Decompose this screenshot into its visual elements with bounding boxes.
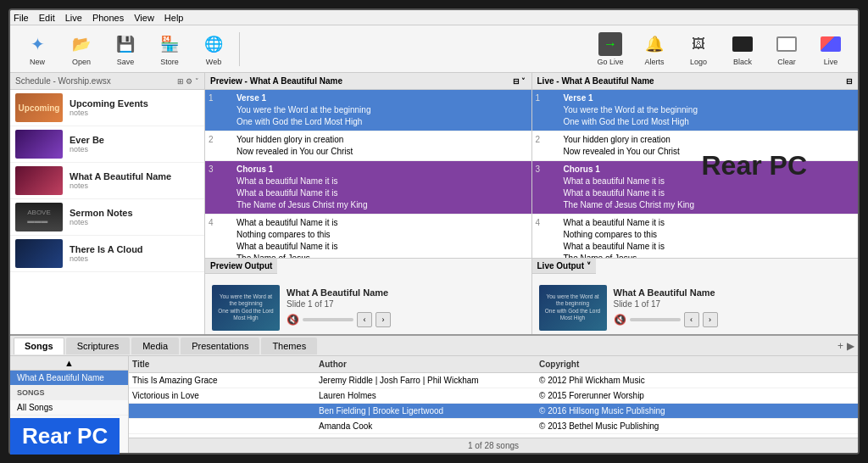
- song-row-2[interactable]: Victorious in Love Lauren Holmes © 2015 …: [129, 388, 858, 404]
- preview-slide-1-icon: [222, 93, 234, 105]
- tab-themes[interactable]: Themes: [261, 337, 317, 354]
- live-mode-button[interactable]: Live: [810, 29, 851, 70]
- clear-label: Clear: [777, 58, 796, 66]
- song-sidebar-scroll-up[interactable]: ▲: [10, 356, 128, 371]
- live-output-info: What A Beautiful Name Slide 1 of 17 🔇 ‹ …: [614, 287, 718, 327]
- preview-panel-title: Preview - What A Beautiful Name: [210, 76, 342, 86]
- sidebar-item-info-cloud: There Is A Cloud notes: [70, 244, 199, 263]
- menu-phones[interactable]: Phones: [92, 13, 124, 23]
- golive-label: Go Live: [597, 58, 623, 66]
- new-icon: ✦: [31, 34, 45, 54]
- golive-icon: →: [598, 32, 622, 56]
- song-row-2-author: Lauren Holmes: [319, 391, 539, 400]
- preview-next-btn[interactable]: ›: [376, 312, 391, 327]
- store-button[interactable]: 🏪 Store: [149, 29, 190, 70]
- sidebar-controls[interactable]: ⊞ ⚙ ˅: [177, 77, 199, 86]
- preview-thumb-text: You were the Word at the beginningOne wi…: [215, 293, 276, 322]
- live-slide-1-text: Verse 1 You were the Word at the beginni…: [564, 92, 698, 128]
- menu-live[interactable]: Live: [65, 13, 82, 23]
- tab-songs[interactable]: Songs: [14, 337, 64, 354]
- preview-slide-3-icon: [222, 165, 234, 176]
- tab-presentations[interactable]: Presentations: [181, 337, 259, 354]
- sidebar-header: Schedule - Worship.ewsx ⊞ ⚙ ˅: [10, 73, 204, 90]
- sidebar-item-everbe[interactable]: Ever Be notes: [10, 126, 204, 163]
- song-table-footer: 1 of 28 songs: [129, 438, 858, 453]
- logo-icon: 🖼: [692, 36, 705, 52]
- tab-scriptures[interactable]: Scriptures: [66, 337, 131, 354]
- web-button[interactable]: 🌐 Web: [193, 29, 234, 70]
- live-prev-btn[interactable]: ‹: [684, 312, 699, 327]
- live-output-label: Live Output ˅: [532, 259, 596, 274]
- preview-header-icons: ⊟ ˅: [513, 77, 526, 86]
- preview-slide-3-line2: What a beautiful Name it is: [236, 187, 368, 199]
- preview-panel-header: Preview - What A Beautiful Name ⊟ ˅: [205, 73, 531, 90]
- toolbar-right-buttons: → Go Live 🔔 Alerts 🖼 Logo Black Clear: [590, 29, 851, 70]
- sidebar-thumb-cloud: [15, 239, 63, 268]
- menu-edit[interactable]: Edit: [39, 13, 55, 23]
- song-row-4[interactable]: Amanda Cook © 2013 Bethel Music Publishi…: [129, 419, 858, 434]
- menu-help[interactable]: Help: [164, 13, 184, 23]
- preview-slide-1-num: 1: [209, 92, 222, 103]
- web-label: Web: [206, 58, 221, 66]
- live-expand-icon[interactable]: ⊟: [846, 77, 853, 86]
- preview-output-thumb: You were the Word at the beginningOne wi…: [212, 285, 280, 331]
- golive-button[interactable]: → Go Live: [590, 29, 631, 70]
- live-vol-bar[interactable]: [630, 318, 681, 321]
- live-slide-3-icon: [549, 165, 561, 176]
- live-thumb-text: You were the Word at the beginningOne wi…: [542, 293, 604, 322]
- sidebar-item-title-cloud: There Is A Cloud: [70, 244, 199, 254]
- clear-button[interactable]: Clear: [766, 29, 807, 70]
- sidebar-item-beautiful[interactable]: What A Beautiful Name notes: [10, 163, 204, 199]
- menu-view[interactable]: View: [134, 13, 154, 23]
- alerts-button[interactable]: 🔔 Alerts: [634, 29, 675, 70]
- sidebar-item-upcoming[interactable]: Upcoming Upcoming Events notes: [10, 90, 204, 126]
- tab-media[interactable]: Media: [131, 337, 179, 354]
- preview-output-panel: Preview Output You were the Word at the …: [205, 259, 532, 334]
- save-button[interactable]: 💾 Save: [105, 29, 146, 70]
- sidebar-item-cloud[interactable]: There Is A Cloud notes: [10, 236, 204, 272]
- rear-pc-badge: Rear PC: [10, 418, 120, 455]
- song-sidebar-item-beautiful[interactable]: What A Beautiful Name: [10, 371, 128, 386]
- sidebar-item-title-everbe: Ever Be: [70, 135, 199, 145]
- store-label: Store: [160, 58, 179, 66]
- black-button[interactable]: Black: [722, 29, 763, 70]
- live-slide-1[interactable]: 1 Verse 1 You were the Word at the begin…: [532, 90, 859, 131]
- live-next-btn[interactable]: ›: [703, 312, 718, 327]
- preview-expand-icon[interactable]: ⊟ ˅: [513, 77, 526, 86]
- black-icon: [732, 36, 753, 52]
- live-slide-3[interactable]: 3 Chorus 1 What a beautiful Name it is W…: [532, 161, 859, 215]
- song-row-4-copyright: © 2013 Bethel Music Publishing: [539, 421, 854, 431]
- tabs-add-button[interactable]: +: [837, 340, 843, 352]
- open-button[interactable]: 📂 Open: [61, 29, 102, 70]
- live-slide-4[interactable]: 4 What a beautiful Name it is Nothing co…: [532, 215, 859, 258]
- live-slide-2[interactable]: 2 Your hidden glory in creation Now reve…: [532, 131, 859, 161]
- menu-file[interactable]: File: [14, 13, 29, 23]
- sidebar-item-sub-upcoming: notes: [70, 109, 199, 117]
- sidebar-item-sermon[interactable]: ABOVE▬▬▬ Sermon Notes notes: [10, 199, 204, 236]
- preview-slide-4[interactable]: 4 What a beautiful Name it is Nothing co…: [205, 215, 531, 258]
- preview-vol-bar[interactable]: [303, 318, 353, 321]
- preview-slide-2[interactable]: 2 Your hidden glory in creation Now reve…: [205, 131, 531, 161]
- preview-slide-1[interactable]: 1 Verse 1 You were the Word at the begin…: [205, 90, 531, 131]
- live-icon: [821, 36, 841, 52]
- live-output-panel: Live Output ˅ You were the Word at the b…: [532, 259, 859, 334]
- new-button[interactable]: ✦ New: [17, 29, 58, 70]
- col-header-title: Title: [132, 360, 319, 369]
- logo-button[interactable]: 🖼 Logo: [678, 29, 719, 70]
- song-row-1[interactable]: This Is Amazing Grace Jeremy Riddle | Jo…: [129, 373, 858, 388]
- col-header-author: Author: [319, 360, 539, 369]
- preview-slide-3[interactable]: 3 Chorus 1 What a beautiful Name it is W…: [205, 161, 531, 215]
- live-slide-3-line1: What a beautiful Name it is: [564, 176, 695, 187]
- song-sidebar-item-allsongs[interactable]: All Songs: [10, 400, 128, 416]
- live-slide-3-line2: What a beautiful Name it is: [564, 187, 695, 199]
- tabs-nav-button[interactable]: ▶: [847, 340, 854, 352]
- preview-slide-1-label: Verse 1: [236, 92, 370, 104]
- sidebar-item-sub-cloud: notes: [70, 254, 199, 263]
- song-row-3[interactable]: Ben Fielding | Brooke Ligertwood © 2016 …: [129, 404, 858, 419]
- song-row-1-title: This Is Amazing Grace: [132, 376, 319, 385]
- sidebar-item-info-upcoming: Upcoming Events notes: [70, 98, 199, 117]
- preview-prev-btn[interactable]: ‹: [357, 312, 372, 327]
- preview-output-slide: Slide 1 of 17: [287, 299, 391, 309]
- live-slide-3-label: Chorus 1: [564, 164, 695, 176]
- menu-bar: File Edit Live Phones View Help: [10, 10, 858, 25]
